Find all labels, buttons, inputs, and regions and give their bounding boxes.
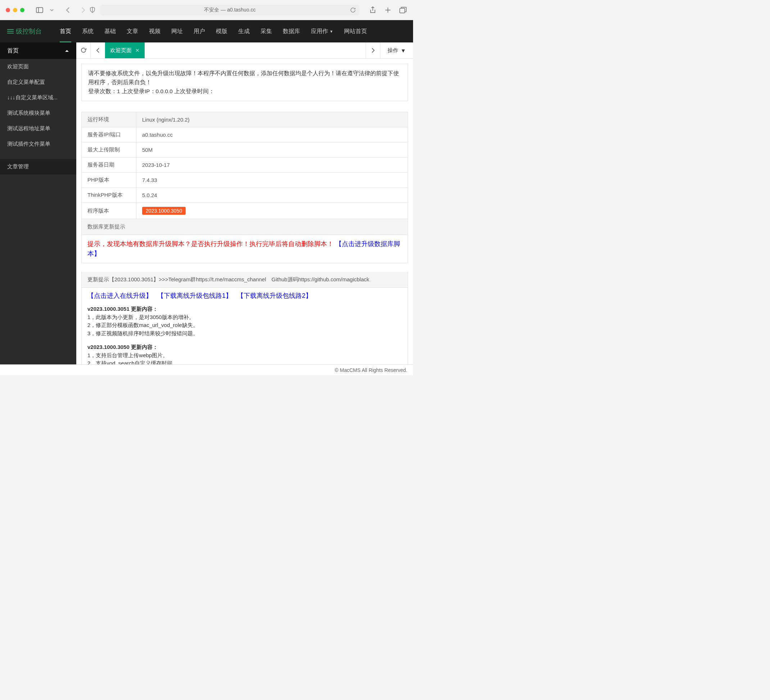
update-link[interactable]: 【下载离线升级包线路2】 [237, 292, 312, 299]
changelog-title: v2023.1000.3051 更新内容： [87, 305, 402, 313]
share-icon[interactable] [369, 6, 377, 15]
info-table: 运行环境Linux (nginx/1.20.2)服务器IP/端口a0.tashu… [81, 112, 408, 219]
svg-rect-0 [36, 8, 43, 13]
sidebar-toggle-icon[interactable] [35, 6, 44, 15]
chevron-down-icon[interactable] [47, 6, 56, 15]
table-row: 服务器IP/端口a0.tashuo.cc [82, 127, 408, 142]
logo[interactable]: 级控制台 [7, 27, 42, 36]
top-nav-item[interactable]: 模版 [216, 20, 227, 42]
table-row: 运行环境Linux (nginx/1.20.2) [82, 112, 408, 127]
forward-icon[interactable] [79, 6, 88, 15]
url-text: 不安全 — a0.tashuo.cc [204, 7, 256, 13]
top-nav-item[interactable]: 网址 [171, 20, 183, 42]
sidebar-item[interactable]: 测试系统模块菜单 [0, 105, 76, 121]
table-row: 服务器日期2023-10-17 [82, 158, 408, 173]
changelog-item: 1，支持后台管理上传webp图片。 [87, 351, 402, 360]
changelog-title: v2023.1000.3050 更新内容： [87, 343, 402, 351]
top-nav-item[interactable]: 用户 [194, 20, 205, 42]
refresh-tab-button[interactable] [76, 42, 91, 58]
sidebar-item-article[interactable]: 文章管理 [0, 159, 76, 175]
info-label: 程序版本 [82, 203, 136, 219]
update-link[interactable]: 【点击进入在线升级】 [87, 292, 152, 299]
top-nav-item[interactable]: 采集 [260, 20, 272, 42]
tab-bar: 欢迎页面 ✕ 操作 ▼ [76, 42, 413, 59]
close-window-icon[interactable] [6, 8, 10, 12]
top-nav-item[interactable]: 网站首页 [344, 20, 367, 42]
table-row: ThinkPHP版本5.0.24 [82, 188, 408, 203]
info-label: 最大上传限制 [82, 142, 136, 158]
top-nav-item[interactable]: 系统 [82, 20, 94, 42]
sidebar-item[interactable]: 测试插件文件菜单 [0, 136, 76, 152]
sidebar: 首页 欢迎页面自定义菜单配置↓↓↓自定义菜单区域...测试系统模块菜单测试远程地… [0, 42, 76, 364]
top-nav-item[interactable]: 视频 [149, 20, 160, 42]
changelog-item: 2，支持vod_search自定义缓存时间。 [87, 359, 402, 364]
maximize-window-icon[interactable] [20, 8, 24, 12]
action-dropdown[interactable]: 操作 ▼ [380, 42, 413, 58]
shield-icon [90, 7, 95, 13]
dropdown-icon: ▼ [401, 47, 406, 53]
top-nav-item[interactable]: 应用作▼ [311, 20, 333, 42]
minimize-window-icon[interactable] [13, 8, 17, 12]
sidebar-item[interactable]: 自定义菜单配置 [0, 74, 76, 90]
notice-box: 请不要修改系统文件，以免升级出现故障！本程序不内置任何数据，添加任何数据均是个人… [81, 64, 408, 101]
footer-text: © MacCMS All Rights Reserved. [335, 367, 407, 373]
info-value: 5.0.24 [136, 188, 408, 203]
update-link[interactable]: 【下载离线升级包线路1】 [157, 292, 232, 299]
menu-icon [7, 29, 14, 34]
info-label: PHP版本 [82, 173, 136, 188]
content-area: 欢迎页面 ✕ 操作 ▼ 请不要修改系统文件，以免升级出现故障！本程序不内置任何数… [76, 42, 413, 364]
changelog: v2023.1000.3051 更新内容：1，此版本为小更新，是对3050版本的… [81, 304, 408, 364]
update-notice-title: 更新提示【2023.1000.3051】>>>Telegram群https://… [81, 272, 408, 288]
changelog-item: 1，此版本为小更新，是对3050版本的增补。 [87, 313, 402, 322]
notice-line2: 登录次数：1 上次登录IP：0.0.0.0 上次登录时间： [88, 87, 401, 96]
table-row: 最大上传限制50M [82, 142, 408, 158]
info-value: 50M [136, 142, 408, 158]
browser-toolbar: 不安全 — a0.tashuo.cc [0, 0, 413, 20]
top-nav-item[interactable]: 生成 [238, 20, 250, 42]
info-label: 服务器日期 [82, 158, 136, 173]
db-notice-warning: 提示，发现本地有数据库升级脚本？是否执行升级操作！执行完毕后将自动删除脚本！ [87, 240, 333, 247]
logo-text: 级控制台 [16, 27, 42, 36]
info-label: ThinkPHP版本 [82, 188, 136, 203]
info-value: 2023.1000.3050 [136, 203, 408, 219]
top-nav-item[interactable]: 文章 [127, 20, 138, 42]
info-label: 服务器IP/端口 [82, 127, 136, 142]
content-scroll[interactable]: 请不要修改系统文件，以免升级出现故障！本程序不内置任何数据，添加任何数据均是个人… [76, 59, 413, 364]
new-tab-icon[interactable] [383, 6, 392, 15]
db-notice-body: 提示，发现本地有数据库升级脚本？是否执行升级操作！执行完毕后将自动删除脚本！ 【… [81, 235, 408, 263]
back-icon[interactable] [63, 6, 72, 15]
info-value: Linux (nginx/1.20.2) [136, 112, 408, 127]
tab-welcome[interactable]: 欢迎页面 ✕ [105, 42, 145, 58]
refresh-icon[interactable] [350, 7, 356, 13]
top-nav-item[interactable]: 基础 [104, 20, 116, 42]
sidebar-item[interactable]: 欢迎页面 [0, 59, 76, 74]
sidebar-item[interactable]: ↓↓↓自定义菜单区域... [0, 90, 76, 105]
window-controls [6, 8, 24, 12]
next-tab-button[interactable] [366, 42, 380, 58]
tab-label: 欢迎页面 [110, 47, 132, 54]
info-value: 7.4.33 [136, 173, 408, 188]
close-icon[interactable]: ✕ [135, 47, 140, 53]
info-value: a0.tashuo.cc [136, 127, 408, 142]
table-row: PHP版本7.4.33 [82, 173, 408, 188]
prev-tab-button[interactable] [91, 42, 105, 58]
action-label: 操作 [388, 47, 398, 54]
top-nav: 级控制台 首页系统基础文章视频网址用户模版生成采集数据库应用作▼网站首页 [0, 20, 413, 42]
footer: © MacCMS All Rights Reserved. [0, 364, 413, 375]
top-nav-item[interactable]: 数据库 [283, 20, 300, 42]
sidebar-header[interactable]: 首页 [0, 42, 76, 59]
sidebar-item[interactable]: 测试远程地址菜单 [0, 121, 76, 136]
version-badge: 2023.1000.3050 [142, 207, 186, 215]
sidebar-item-label: 文章管理 [7, 163, 29, 170]
dropdown-icon: ▼ [330, 29, 333, 34]
update-links: 【点击进入在线升级】【下载离线升级包线路1】【下载离线升级包线路2】 [81, 288, 408, 304]
sidebar-header-label: 首页 [7, 47, 19, 55]
url-bar[interactable]: 不安全 — a0.tashuo.cc [100, 5, 359, 16]
svg-rect-5 [400, 8, 405, 13]
collapse-icon [65, 49, 69, 52]
top-nav-item[interactable]: 首页 [60, 20, 71, 42]
info-label: 运行环境 [82, 112, 136, 127]
tabs-overview-icon[interactable] [399, 6, 407, 15]
notice-line1: 请不要修改系统文件，以免升级出现故障！本程序不内置任何数据，添加任何数据均是个人… [88, 69, 401, 87]
info-value: 2023-10-17 [136, 158, 408, 173]
